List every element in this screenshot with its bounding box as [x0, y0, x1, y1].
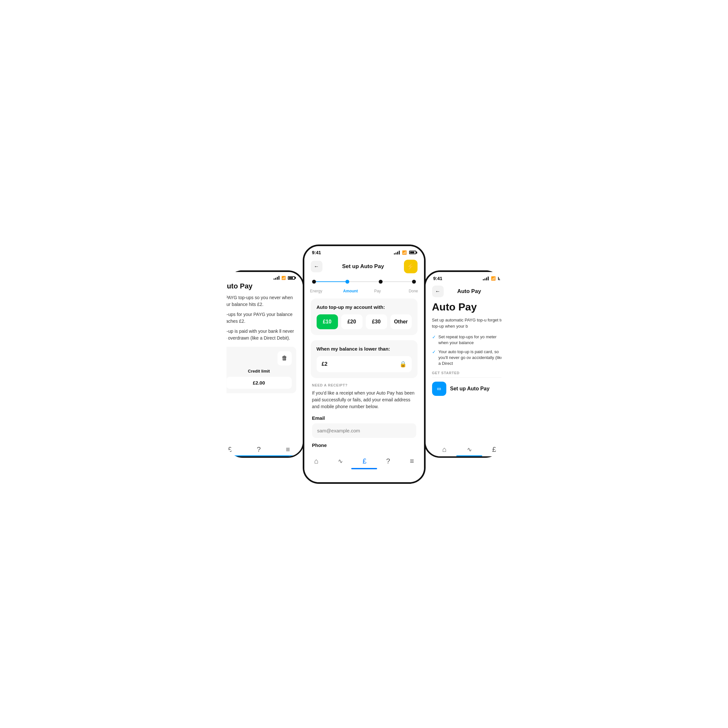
- progress-steps: [304, 277, 424, 289]
- center-status-bar: 9:41 📶: [304, 246, 424, 257]
- right-nav-header: ← Auto Pay: [426, 283, 513, 301]
- trash-icon[interactable]: 🗑: [277, 351, 292, 366]
- step-label-amount: Amount: [337, 289, 364, 293]
- amount-card: Auto top-up my account with: £10 £20 £30…: [311, 298, 418, 335]
- right-wifi-icon: 📶: [491, 276, 496, 281]
- left-nav-help[interactable]: ?: [257, 445, 261, 454]
- step-label-energy: Energy: [310, 289, 337, 293]
- center-phone: 9:41 📶 ←: [303, 245, 426, 484]
- center-lightning-icon: ⚡: [407, 263, 414, 271]
- right-nav-activity[interactable]: ∿: [467, 446, 472, 453]
- center-wifi-icon: 📶: [402, 250, 407, 255]
- wifi-icon: 📶: [281, 276, 286, 280]
- balance-value: £2: [322, 361, 327, 367]
- left-status-bar: 📶: [216, 272, 303, 282]
- step-labels: Energy Amount Pay Done: [304, 289, 424, 298]
- right-nav-title: Auto Pay: [457, 288, 481, 295]
- checklist-text-2: Your auto top-up is paid card, so you'll…: [439, 349, 506, 367]
- checklist-item-1: ✓ Set repeat top-ups for yo meter when y…: [432, 334, 506, 346]
- right-status-bar: 9:41 📶: [426, 272, 513, 283]
- checklist-text-1: Set repeat top-ups for yo meter when you…: [439, 334, 506, 346]
- center-nav-help[interactable]: ?: [386, 457, 390, 465]
- get-started-label: GET STARTED: [432, 371, 506, 375]
- check-icon-2: ✓: [432, 349, 436, 355]
- center-nav-title: Set up Auto Pay: [342, 263, 384, 270]
- balance-card-title: When my balance is lower than:: [317, 346, 412, 352]
- email-input[interactable]: [312, 423, 416, 438]
- amount-btn-30[interactable]: £30: [366, 314, 387, 329]
- check-icon-1: ✓: [432, 334, 436, 340]
- step-dot-energy: [312, 280, 316, 284]
- center-signal-icon: [394, 251, 400, 254]
- center-status-icons: 📶: [394, 250, 416, 255]
- step-label-done: Done: [391, 289, 418, 293]
- amount-btn-20[interactable]: £20: [341, 314, 362, 329]
- left-phone: 📶 Auto Pay c PAYG top-ups so you never w…: [214, 271, 304, 458]
- step-dot-done: [412, 280, 416, 284]
- credit-limit-section: 🗑 Credit limit £2.00: [222, 347, 296, 393]
- receipt-label: NEED A RECEIPT?: [312, 383, 416, 387]
- right-nav-pound[interactable]: £: [492, 445, 496, 454]
- amount-btn-10[interactable]: £10: [317, 314, 338, 329]
- right-phone: 9:41 📶 ←: [424, 271, 515, 458]
- step-label-pay: Pay: [364, 289, 392, 293]
- center-nav-activity[interactable]: ∿: [338, 457, 343, 465]
- center-battery-icon: [409, 251, 416, 254]
- battery-icon: [288, 276, 295, 280]
- right-content: Auto Pay Set up automatic PAYG top-u for…: [426, 301, 513, 403]
- center-nav-menu[interactable]: ≡: [410, 457, 414, 465]
- signal-icon: [274, 276, 280, 280]
- center-back-arrow-icon: ←: [314, 264, 319, 269]
- left-nav-menu[interactable]: ≡: [286, 445, 290, 454]
- left-nav-pound[interactable]: £: [228, 445, 232, 454]
- left-page-title: Auto Pay: [222, 282, 296, 291]
- right-battery-icon: [498, 277, 505, 280]
- receipt-section: NEED A RECEIPT? If you'd like a receipt …: [311, 383, 418, 448]
- center-time: 9:41: [312, 250, 321, 255]
- center-nav-pound[interactable]: £: [362, 457, 366, 465]
- right-subtitle: Set up automatic PAYG top-u forget to to…: [432, 317, 506, 330]
- credit-limit-label: Credit limit: [226, 369, 292, 373]
- step-line-1: [316, 281, 346, 282]
- step-dot-pay: [379, 280, 382, 284]
- step-line-3: [382, 281, 412, 282]
- left-text-1: c PAYG top-ups so you never when your ba…: [222, 294, 296, 308]
- center-action-button[interactable]: ⚡: [404, 260, 418, 273]
- screen-container: 📶 Auto Pay c PAYG top-ups so you never w…: [193, 232, 535, 497]
- amount-buttons: £10 £20 £30 Other: [317, 314, 412, 329]
- right-big-title: Auto Pay: [432, 301, 506, 313]
- step-line-2: [349, 281, 379, 282]
- setup-auto-pay-button[interactable]: ∞ Set up Auto Pay: [432, 382, 506, 396]
- left-bottom-nav: £ ? ≡: [216, 442, 303, 456]
- setup-btn-label: Set up Auto Pay: [450, 386, 489, 392]
- center-content: Auto top-up my account with: £10 £20 £30…: [304, 298, 424, 453]
- center-nav-header: ← Set up Auto Pay ⚡: [304, 257, 424, 277]
- center-back-button[interactable]: ←: [311, 261, 323, 272]
- center-nav-home[interactable]: ⌂: [314, 457, 318, 465]
- right-nav-home[interactable]: ⌂: [442, 445, 446, 454]
- email-label: Email: [312, 415, 416, 421]
- right-time: 9:41: [433, 276, 442, 281]
- balance-input-row: £2 🔒: [317, 356, 412, 372]
- phone-label: Phone: [312, 442, 416, 448]
- right-back-arrow-icon: ←: [435, 289, 440, 294]
- center-bottom-nav: ⌂ ∿ £ ? ≡: [304, 453, 424, 472]
- right-status-icons: 📶: [483, 276, 505, 281]
- credit-limit-value: £2.00: [226, 377, 292, 389]
- checklist-item-2: ✓ Your auto top-up is paid card, so you'…: [432, 349, 506, 367]
- left-content: Auto Pay c PAYG top-ups so you never whe…: [216, 282, 303, 400]
- right-signal-icon: [483, 277, 489, 280]
- left-text-3: op-up is paid with your bank ll never go…: [222, 328, 296, 341]
- step-dot-amount: [346, 280, 349, 284]
- left-status-icons: 📶: [274, 276, 295, 280]
- left-text-2: op-ups for your PAYG your balance reache…: [222, 311, 296, 325]
- right-bottom-nav: ⌂ ∿ £: [426, 442, 513, 456]
- amount-card-title: Auto top-up my account with:: [317, 304, 412, 310]
- right-back-button[interactable]: ←: [432, 286, 444, 297]
- infinity-icon: ∞: [432, 382, 446, 396]
- balance-card: When my balance is lower than: £2 🔒: [311, 340, 418, 378]
- amount-btn-other[interactable]: Other: [390, 314, 412, 329]
- receipt-desc: If you'd like a receipt when your Auto P…: [312, 390, 416, 410]
- lock-icon: 🔒: [399, 361, 407, 368]
